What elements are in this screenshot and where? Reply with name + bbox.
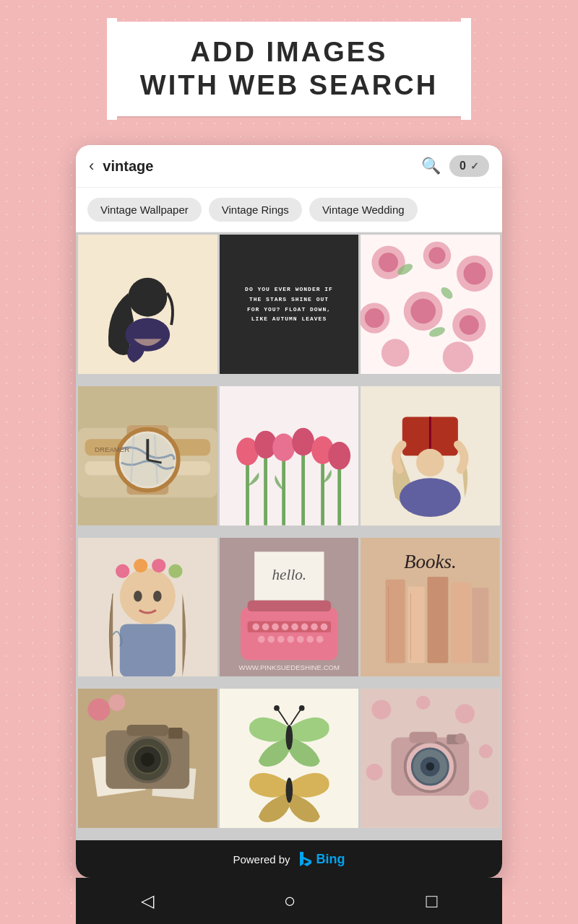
suggestions-bar: Vintage Wallpaper Vintage Rings Vintage …	[76, 188, 502, 232]
grid-item-girl-sitting[interactable]	[78, 235, 217, 384]
svg-point-119	[455, 733, 466, 744]
grid-item-pink-camera[interactable]	[361, 689, 500, 838]
svg-point-66	[281, 623, 288, 630]
bing-label: Bing	[316, 852, 345, 867]
grid-item-watch[interactable]: DREAMER	[78, 386, 217, 536]
svg-point-13	[411, 299, 436, 324]
svg-point-48	[400, 478, 461, 517]
svg-text:WWW.PINKSUEDESHINE.COM: WWW.PINKSUEDESHINE.COM	[238, 663, 340, 671]
bing-logo: Bing	[296, 850, 345, 868]
svg-point-108	[455, 704, 475, 723]
svg-rect-117	[410, 732, 438, 743]
header-banner: ADD IMAGES WITH WEB SEARCH	[111, 22, 467, 116]
svg-rect-61	[241, 607, 338, 660]
suggestion-chip-2[interactable]: Vintage Wedding	[309, 198, 418, 222]
svg-rect-57	[120, 624, 176, 676]
svg-point-41	[292, 428, 314, 456]
back-button[interactable]: ‹	[89, 157, 94, 175]
grid-item-butterfly[interactable]	[220, 689, 359, 838]
suggestion-chip-1[interactable]: Vintage Rings	[209, 198, 302, 222]
header-title: ADD IMAGES WITH WEB SEARCH	[140, 36, 438, 102]
svg-point-70	[320, 623, 327, 630]
nav-recents-button[interactable]: □	[426, 890, 437, 912]
grid-item-roses-pattern[interactable]	[361, 235, 500, 384]
search-bar: ‹ vintage 🔍 0 ✓	[76, 145, 502, 188]
image-grid: DO YOU EVER WONDER IF THE STARS SHINE OU…	[76, 232, 502, 840]
svg-point-73	[277, 635, 285, 642]
svg-point-40	[272, 433, 295, 461]
svg-point-97	[141, 753, 155, 767]
svg-point-17	[443, 342, 473, 372]
bing-footer: Powered by Bing	[76, 840, 502, 878]
svg-point-7	[429, 248, 446, 264]
header-title-line1: ADD IMAGES	[191, 37, 388, 67]
svg-point-74	[287, 635, 294, 642]
svg-point-56	[168, 564, 182, 578]
grid-item-vintage-camera[interactable]	[78, 689, 217, 838]
svg-point-68	[301, 623, 308, 630]
svg-point-52	[153, 590, 162, 601]
svg-point-106	[372, 700, 392, 720]
svg-point-64	[262, 623, 269, 630]
grid-item-books[interactable]: Books.	[361, 538, 500, 687]
grid-item-girl-book[interactable]	[361, 386, 500, 536]
svg-point-103	[298, 705, 304, 711]
svg-point-65	[272, 623, 279, 630]
svg-point-54	[134, 558, 147, 572]
svg-point-43	[328, 442, 350, 470]
svg-rect-86	[472, 588, 488, 663]
selection-count-badge[interactable]: 0 ✓	[449, 155, 489, 177]
svg-point-69	[311, 623, 318, 630]
grid-item-quote[interactable]: DO YOU EVER WONDER IF THE STARS SHINE OU…	[220, 235, 359, 384]
svg-point-111	[470, 790, 489, 810]
svg-rect-85	[452, 582, 471, 663]
svg-point-90	[87, 699, 110, 721]
powered-by-text: Powered by	[233, 853, 290, 866]
svg-rect-99	[168, 728, 182, 738]
svg-point-72	[267, 635, 275, 642]
grid-item-girl-flowers[interactable]	[78, 538, 217, 687]
navigation-bar: ◁ ○ □	[76, 878, 502, 924]
grid-item-typewriter[interactable]: hello.	[220, 538, 359, 687]
svg-point-15	[460, 315, 479, 335]
check-icon: ✓	[470, 160, 479, 172]
quote-text: DO YOU EVER WONDER IF THE STARS SHINE OU…	[220, 235, 359, 374]
svg-rect-78	[247, 600, 331, 611]
svg-text:hello.: hello.	[272, 565, 306, 583]
svg-rect-84	[428, 577, 449, 663]
svg-point-71	[258, 635, 265, 642]
svg-point-76	[306, 635, 314, 642]
count-number: 0	[460, 160, 466, 173]
svg-point-104	[285, 778, 293, 803]
svg-rect-98	[126, 725, 168, 736]
phone-container: ‹ vintage 🔍 0 ✓ Vintage Wallpaper Vintag…	[76, 145, 502, 878]
grid-item-tulips[interactable]	[220, 386, 359, 536]
svg-point-91	[108, 694, 125, 711]
svg-point-67	[291, 623, 298, 630]
svg-point-5	[379, 253, 398, 272]
svg-point-16	[381, 339, 410, 367]
nav-back-button[interactable]: ◁	[141, 891, 154, 911]
svg-point-63	[252, 623, 259, 630]
svg-point-116	[426, 762, 435, 771]
header-title-line2: WITH WEB SEARCH	[140, 70, 438, 100]
svg-rect-62	[247, 621, 331, 632]
search-query-text: vintage	[103, 158, 413, 175]
svg-point-53	[116, 564, 129, 578]
svg-point-109	[479, 744, 493, 758]
svg-point-55	[152, 558, 165, 572]
svg-point-50	[120, 568, 176, 624]
svg-point-102	[274, 705, 280, 711]
suggestion-chip-0[interactable]: Vintage Wallpaper	[87, 198, 202, 222]
svg-text:Books.: Books.	[404, 551, 457, 572]
svg-point-107	[416, 696, 430, 710]
svg-point-77	[316, 635, 324, 642]
svg-point-101	[285, 725, 293, 750]
svg-point-75	[297, 635, 304, 642]
svg-point-9	[464, 263, 486, 285]
bing-icon	[296, 850, 314, 868]
nav-home-button[interactable]: ○	[284, 889, 296, 912]
svg-point-51	[134, 590, 142, 601]
search-icon[interactable]: 🔍	[421, 157, 441, 175]
svg-point-47	[416, 449, 444, 477]
